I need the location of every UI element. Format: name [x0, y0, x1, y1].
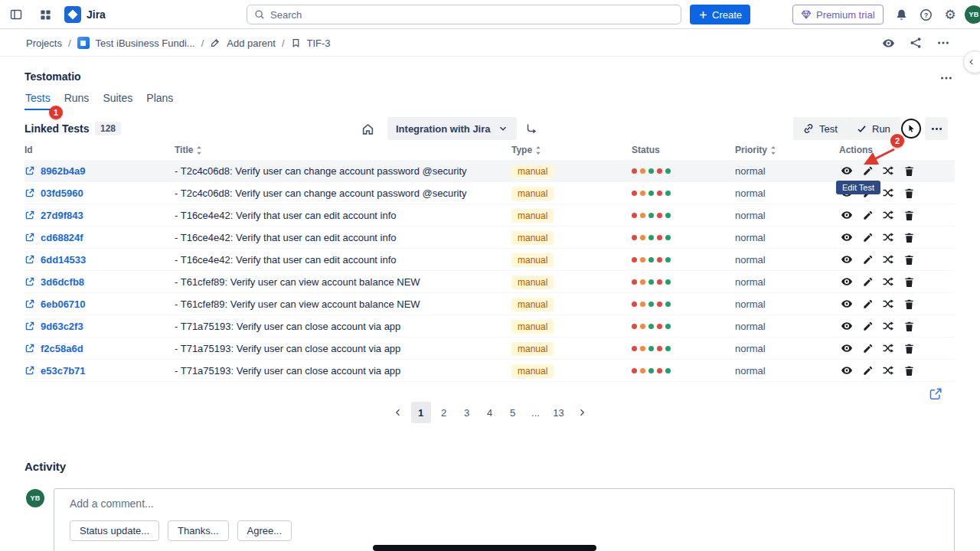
- quick-reply-3[interactable]: Agree...: [237, 520, 292, 541]
- edit-test-button[interactable]: [860, 207, 875, 223]
- app-switcher-icon[interactable]: [35, 5, 55, 24]
- add-parent-link[interactable]: Add parent: [227, 37, 276, 49]
- delete-test-button[interactable]: [901, 207, 916, 223]
- integration-dropdown[interactable]: Integration with Jira: [387, 117, 517, 140]
- test-id-link[interactable]: 3d6dcfb8: [41, 276, 84, 288]
- quick-reply-1[interactable]: Status update...: [70, 520, 159, 541]
- pagination-page-13[interactable]: 13: [549, 402, 569, 423]
- test-id-link[interactable]: cd68824f: [41, 232, 83, 243]
- column-header-type[interactable]: Type: [511, 145, 632, 155]
- external-link-icon: [24, 276, 35, 287]
- edit-test-button[interactable]: [860, 296, 875, 311]
- delete-test-button[interactable]: [901, 363, 916, 378]
- sidebar-toggle-icon[interactable]: [6, 5, 26, 24]
- delete-test-button[interactable]: [901, 318, 916, 334]
- test-id-link[interactable]: 9d63c2f3: [41, 321, 83, 332]
- unlink-test-button[interactable]: [880, 252, 896, 267]
- trash-icon: [903, 321, 915, 332]
- column-header-id: Id: [24, 145, 175, 155]
- view-test-button[interactable]: [839, 230, 854, 245]
- test-id-link[interactable]: 27d9f843: [41, 210, 83, 221]
- unlink-test-button[interactable]: [880, 207, 896, 223]
- view-test-button[interactable]: [839, 341, 854, 356]
- delete-test-button[interactable]: [901, 230, 916, 245]
- edit-test-button[interactable]: [860, 363, 875, 378]
- pencil-icon: [862, 232, 874, 243]
- share-icon[interactable]: [905, 32, 926, 54]
- tab-plans[interactable]: Plans: [145, 92, 174, 110]
- tab-runs[interactable]: Runs: [64, 92, 90, 110]
- notifications-bell-icon[interactable]: [891, 5, 911, 24]
- premium-trial-button[interactable]: Premium trial: [792, 5, 884, 24]
- more-actions-icon[interactable]: [933, 32, 954, 54]
- view-test-button[interactable]: [839, 252, 854, 267]
- eye-icon: [841, 276, 853, 288]
- home-icon[interactable]: [357, 118, 378, 139]
- breadcrumb-projects[interactable]: Projects: [26, 37, 62, 49]
- settings-gear-icon[interactable]: ⚙: [940, 5, 960, 24]
- unlink-test-button[interactable]: [880, 230, 896, 245]
- pagination-page-5[interactable]: 5: [503, 402, 523, 423]
- test-id-link[interactable]: 6dd14533: [41, 254, 86, 266]
- test-id-link[interactable]: 8962b4a9: [41, 165, 86, 177]
- view-test-button[interactable]: [839, 363, 854, 378]
- delete-test-button[interactable]: [901, 341, 916, 356]
- view-test-button[interactable]: [839, 296, 854, 311]
- delete-test-button[interactable]: [901, 296, 916, 311]
- delete-test-button[interactable]: [901, 252, 916, 267]
- test-title: - T2c4c06d8: Verify user can change acco…: [175, 187, 511, 199]
- breadcrumb-project[interactable]: Test iBusiness Fundi...: [96, 37, 195, 49]
- search-input[interactable]: Search: [247, 5, 681, 24]
- delete-test-button[interactable]: [901, 185, 916, 201]
- unlink-test-button[interactable]: [880, 318, 896, 334]
- collapse-panel-button[interactable]: [963, 51, 980, 73]
- test-id-link[interactable]: e53c7b71: [41, 365, 86, 377]
- edit-test-button[interactable]: [860, 252, 875, 267]
- unlink-test-button[interactable]: [880, 185, 896, 201]
- panel-more-icon[interactable]: [936, 67, 957, 89]
- pagination-page-2[interactable]: 2: [434, 402, 454, 423]
- test-id-link[interactable]: 6eb06710: [41, 298, 86, 310]
- watch-eye-icon[interactable]: [877, 32, 899, 54]
- export-icon[interactable]: [928, 386, 943, 402]
- pagination-page-1[interactable]: 1: [411, 402, 431, 423]
- comment-box[interactable]: Add a comment... Status update...Thanks.…: [54, 488, 955, 551]
- delete-test-button[interactable]: [901, 274, 916, 289]
- help-icon[interactable]: ?: [916, 5, 936, 24]
- unlink-test-button[interactable]: [880, 363, 896, 378]
- tab-tests[interactable]: Tests: [24, 92, 51, 110]
- edit-test-button[interactable]: [860, 274, 875, 289]
- pagination-prev[interactable]: [388, 402, 408, 423]
- pagination-page-3[interactable]: 3: [457, 402, 477, 423]
- unlink-test-button[interactable]: [880, 274, 896, 289]
- edit-test-button[interactable]: [860, 341, 875, 356]
- edit-test-button[interactable]: [860, 230, 875, 245]
- column-header-priority[interactable]: Priority: [735, 145, 839, 155]
- branch-jump-icon[interactable]: [521, 118, 542, 139]
- view-test-button[interactable]: [839, 274, 854, 289]
- unlink-test-button[interactable]: [880, 341, 896, 356]
- table-more-icon[interactable]: [925, 117, 948, 140]
- chevron-right-icon: [577, 408, 586, 417]
- view-test-button[interactable]: [839, 318, 854, 334]
- edit-test-button[interactable]: [860, 318, 875, 334]
- quick-reply-2[interactable]: Thanks...: [168, 520, 228, 541]
- user-avatar[interactable]: YB: [965, 5, 980, 24]
- create-button[interactable]: Create: [690, 5, 750, 24]
- breadcrumb-issue[interactable]: TIF-3: [307, 37, 331, 49]
- unlink-test-button[interactable]: [880, 296, 896, 311]
- link-test-button[interactable]: Test: [793, 117, 848, 140]
- view-test-button[interactable]: [839, 163, 854, 178]
- edit-test-tooltip: Edit Test: [836, 181, 880, 194]
- view-test-button[interactable]: [839, 207, 854, 223]
- comment-input[interactable]: Add a comment...: [70, 497, 154, 510]
- column-header-title[interactable]: Title: [175, 145, 511, 155]
- pagination-page-4[interactable]: 4: [480, 402, 500, 423]
- test-id-link[interactable]: 03fd5960: [41, 187, 83, 199]
- jira-logo[interactable]: Jira: [64, 6, 106, 23]
- test-id-link[interactable]: f2c58a6d: [41, 343, 83, 354]
- tab-suites[interactable]: Suites: [102, 92, 133, 110]
- tests-table-body: 8962b4a9- T2c4c06d8: Verify user can cha…: [24, 160, 955, 382]
- pagination-next[interactable]: [572, 402, 592, 423]
- delete-test-button[interactable]: [901, 163, 916, 178]
